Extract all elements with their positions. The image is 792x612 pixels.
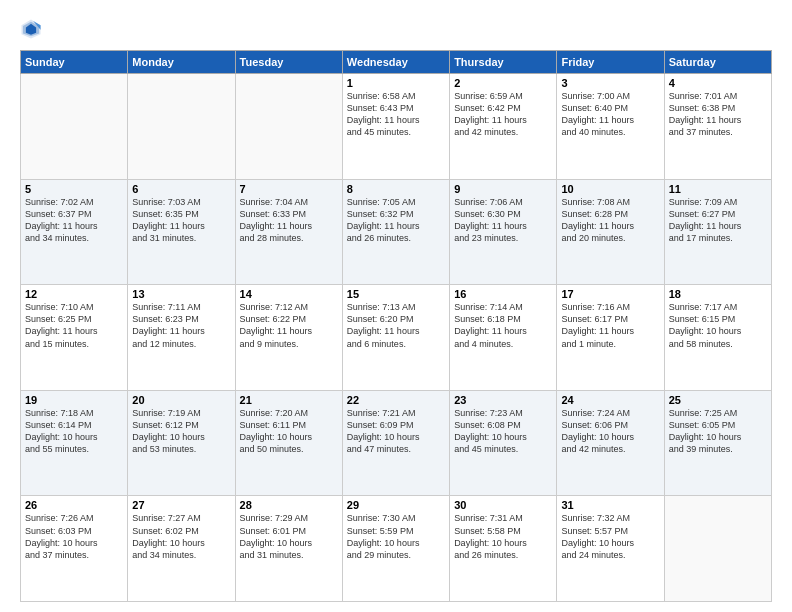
day-number: 15 <box>347 288 445 300</box>
calendar-cell: 9Sunrise: 7:06 AM Sunset: 6:30 PM Daylig… <box>450 179 557 285</box>
calendar-cell: 15Sunrise: 7:13 AM Sunset: 6:20 PM Dayli… <box>342 285 449 391</box>
day-number: 18 <box>669 288 767 300</box>
day-number: 27 <box>132 499 230 511</box>
calendar-cell: 23Sunrise: 7:23 AM Sunset: 6:08 PM Dayli… <box>450 390 557 496</box>
calendar-table: SundayMondayTuesdayWednesdayThursdayFrid… <box>20 50 772 602</box>
day-number: 28 <box>240 499 338 511</box>
day-number: 5 <box>25 183 123 195</box>
calendar-cell <box>128 74 235 180</box>
day-number: 6 <box>132 183 230 195</box>
day-number: 3 <box>561 77 659 89</box>
calendar-cell: 26Sunrise: 7:26 AM Sunset: 6:03 PM Dayli… <box>21 496 128 602</box>
calendar-cell: 2Sunrise: 6:59 AM Sunset: 6:42 PM Daylig… <box>450 74 557 180</box>
col-header-monday: Monday <box>128 51 235 74</box>
calendar-cell: 30Sunrise: 7:31 AM Sunset: 5:58 PM Dayli… <box>450 496 557 602</box>
day-info: Sunrise: 7:26 AM Sunset: 6:03 PM Dayligh… <box>25 512 123 561</box>
day-number: 29 <box>347 499 445 511</box>
calendar-cell: 28Sunrise: 7:29 AM Sunset: 6:01 PM Dayli… <box>235 496 342 602</box>
calendar-cell: 21Sunrise: 7:20 AM Sunset: 6:11 PM Dayli… <box>235 390 342 496</box>
day-info: Sunrise: 7:06 AM Sunset: 6:30 PM Dayligh… <box>454 196 552 245</box>
day-info: Sunrise: 7:14 AM Sunset: 6:18 PM Dayligh… <box>454 301 552 350</box>
calendar-cell: 10Sunrise: 7:08 AM Sunset: 6:28 PM Dayli… <box>557 179 664 285</box>
day-number: 7 <box>240 183 338 195</box>
day-number: 20 <box>132 394 230 406</box>
day-info: Sunrise: 7:23 AM Sunset: 6:08 PM Dayligh… <box>454 407 552 456</box>
logo <box>20 18 46 40</box>
calendar-cell: 27Sunrise: 7:27 AM Sunset: 6:02 PM Dayli… <box>128 496 235 602</box>
day-info: Sunrise: 7:27 AM Sunset: 6:02 PM Dayligh… <box>132 512 230 561</box>
calendar-cell: 22Sunrise: 7:21 AM Sunset: 6:09 PM Dayli… <box>342 390 449 496</box>
day-number: 1 <box>347 77 445 89</box>
day-number: 11 <box>669 183 767 195</box>
day-number: 2 <box>454 77 552 89</box>
day-number: 10 <box>561 183 659 195</box>
day-info: Sunrise: 7:03 AM Sunset: 6:35 PM Dayligh… <box>132 196 230 245</box>
calendar-cell <box>235 74 342 180</box>
day-info: Sunrise: 7:25 AM Sunset: 6:05 PM Dayligh… <box>669 407 767 456</box>
day-number: 4 <box>669 77 767 89</box>
calendar-cell: 18Sunrise: 7:17 AM Sunset: 6:15 PM Dayli… <box>664 285 771 391</box>
calendar-cell: 31Sunrise: 7:32 AM Sunset: 5:57 PM Dayli… <box>557 496 664 602</box>
calendar-cell <box>664 496 771 602</box>
calendar-cell: 4Sunrise: 7:01 AM Sunset: 6:38 PM Daylig… <box>664 74 771 180</box>
day-info: Sunrise: 6:59 AM Sunset: 6:42 PM Dayligh… <box>454 90 552 139</box>
header <box>20 18 772 40</box>
day-number: 9 <box>454 183 552 195</box>
day-number: 22 <box>347 394 445 406</box>
day-number: 14 <box>240 288 338 300</box>
calendar-cell: 17Sunrise: 7:16 AM Sunset: 6:17 PM Dayli… <box>557 285 664 391</box>
calendar-cell: 25Sunrise: 7:25 AM Sunset: 6:05 PM Dayli… <box>664 390 771 496</box>
day-number: 24 <box>561 394 659 406</box>
col-header-thursday: Thursday <box>450 51 557 74</box>
day-info: Sunrise: 7:02 AM Sunset: 6:37 PM Dayligh… <box>25 196 123 245</box>
day-info: Sunrise: 7:31 AM Sunset: 5:58 PM Dayligh… <box>454 512 552 561</box>
calendar-cell: 8Sunrise: 7:05 AM Sunset: 6:32 PM Daylig… <box>342 179 449 285</box>
calendar-cell: 19Sunrise: 7:18 AM Sunset: 6:14 PM Dayli… <box>21 390 128 496</box>
day-info: Sunrise: 7:32 AM Sunset: 5:57 PM Dayligh… <box>561 512 659 561</box>
day-info: Sunrise: 7:24 AM Sunset: 6:06 PM Dayligh… <box>561 407 659 456</box>
day-info: Sunrise: 7:17 AM Sunset: 6:15 PM Dayligh… <box>669 301 767 350</box>
calendar-cell: 1Sunrise: 6:58 AM Sunset: 6:43 PM Daylig… <box>342 74 449 180</box>
day-info: Sunrise: 7:18 AM Sunset: 6:14 PM Dayligh… <box>25 407 123 456</box>
calendar-cell: 16Sunrise: 7:14 AM Sunset: 6:18 PM Dayli… <box>450 285 557 391</box>
day-number: 17 <box>561 288 659 300</box>
calendar-cell: 5Sunrise: 7:02 AM Sunset: 6:37 PM Daylig… <box>21 179 128 285</box>
day-number: 12 <box>25 288 123 300</box>
day-info: Sunrise: 7:09 AM Sunset: 6:27 PM Dayligh… <box>669 196 767 245</box>
calendar-cell: 20Sunrise: 7:19 AM Sunset: 6:12 PM Dayli… <box>128 390 235 496</box>
day-info: Sunrise: 7:29 AM Sunset: 6:01 PM Dayligh… <box>240 512 338 561</box>
calendar-cell: 24Sunrise: 7:24 AM Sunset: 6:06 PM Dayli… <box>557 390 664 496</box>
calendar-cell: 11Sunrise: 7:09 AM Sunset: 6:27 PM Dayli… <box>664 179 771 285</box>
day-info: Sunrise: 7:20 AM Sunset: 6:11 PM Dayligh… <box>240 407 338 456</box>
day-info: Sunrise: 7:08 AM Sunset: 6:28 PM Dayligh… <box>561 196 659 245</box>
page: SundayMondayTuesdayWednesdayThursdayFrid… <box>0 0 792 612</box>
day-info: Sunrise: 7:01 AM Sunset: 6:38 PM Dayligh… <box>669 90 767 139</box>
calendar-cell: 7Sunrise: 7:04 AM Sunset: 6:33 PM Daylig… <box>235 179 342 285</box>
day-info: Sunrise: 7:16 AM Sunset: 6:17 PM Dayligh… <box>561 301 659 350</box>
col-header-friday: Friday <box>557 51 664 74</box>
day-number: 21 <box>240 394 338 406</box>
calendar-cell: 14Sunrise: 7:12 AM Sunset: 6:22 PM Dayli… <box>235 285 342 391</box>
col-header-sunday: Sunday <box>21 51 128 74</box>
day-info: Sunrise: 7:12 AM Sunset: 6:22 PM Dayligh… <box>240 301 338 350</box>
day-info: Sunrise: 7:19 AM Sunset: 6:12 PM Dayligh… <box>132 407 230 456</box>
day-number: 25 <box>669 394 767 406</box>
day-info: Sunrise: 7:04 AM Sunset: 6:33 PM Dayligh… <box>240 196 338 245</box>
day-info: Sunrise: 7:10 AM Sunset: 6:25 PM Dayligh… <box>25 301 123 350</box>
day-info: Sunrise: 7:13 AM Sunset: 6:20 PM Dayligh… <box>347 301 445 350</box>
day-number: 31 <box>561 499 659 511</box>
day-info: Sunrise: 7:05 AM Sunset: 6:32 PM Dayligh… <box>347 196 445 245</box>
calendar-cell <box>21 74 128 180</box>
calendar-cell: 29Sunrise: 7:30 AM Sunset: 5:59 PM Dayli… <box>342 496 449 602</box>
logo-icon <box>20 18 42 40</box>
day-info: Sunrise: 7:00 AM Sunset: 6:40 PM Dayligh… <box>561 90 659 139</box>
col-header-wednesday: Wednesday <box>342 51 449 74</box>
day-info: Sunrise: 7:11 AM Sunset: 6:23 PM Dayligh… <box>132 301 230 350</box>
col-header-tuesday: Tuesday <box>235 51 342 74</box>
day-info: Sunrise: 7:21 AM Sunset: 6:09 PM Dayligh… <box>347 407 445 456</box>
col-header-saturday: Saturday <box>664 51 771 74</box>
calendar-cell: 6Sunrise: 7:03 AM Sunset: 6:35 PM Daylig… <box>128 179 235 285</box>
day-number: 13 <box>132 288 230 300</box>
day-number: 16 <box>454 288 552 300</box>
day-number: 23 <box>454 394 552 406</box>
